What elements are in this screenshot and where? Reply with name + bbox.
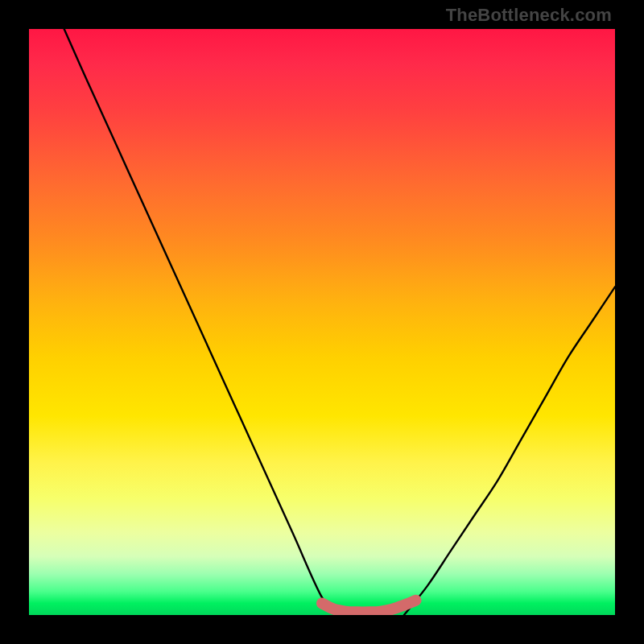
chart-frame: TheBottleneck.com (0, 0, 644, 644)
bottleneck-curve-left (64, 29, 340, 615)
curve-layer (29, 29, 615, 615)
watermark-text: TheBottleneck.com (446, 5, 612, 26)
plateau-marker (322, 601, 415, 613)
plot-area (29, 29, 615, 615)
bottleneck-curve-right (404, 287, 615, 615)
